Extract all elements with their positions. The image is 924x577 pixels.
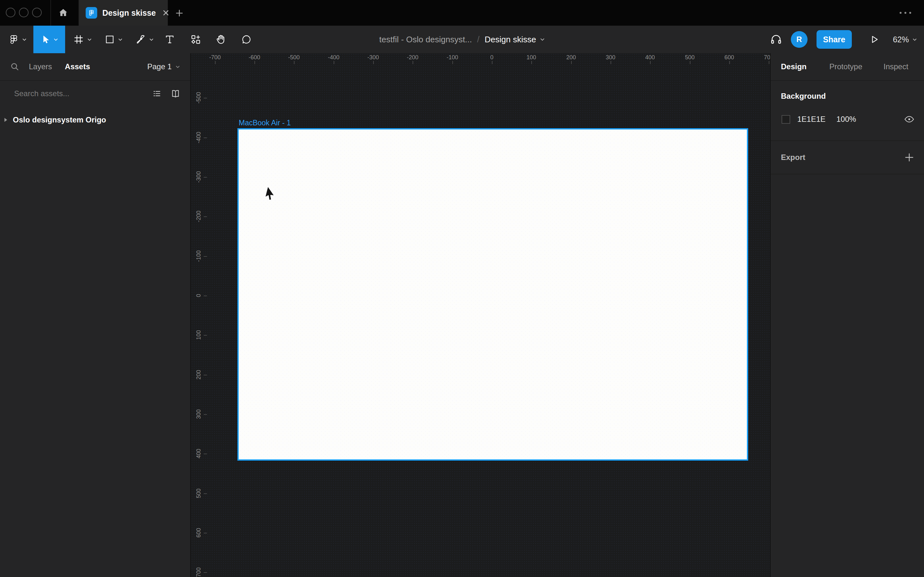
ruler-tick [769,61,769,64]
share-button-label: Share [823,35,845,44]
ruler-label: 700 [195,567,202,577]
chevron-right-icon[interactable] [4,118,8,122]
chevron-down-icon [149,38,153,41]
right-panel: Design Prototype Inspect Background 1E1E… [770,53,924,577]
titlebar: Design skisse [0,0,924,26]
breadcrumb-separator: / [477,35,480,45]
titlebar-divider [50,0,51,26]
home-button[interactable] [55,5,71,21]
ruler-tick [413,61,413,64]
ruler-tick [204,295,207,296]
ruler-label: -500 [288,54,300,61]
avatar[interactable]: R [791,31,808,48]
hand-icon [215,34,227,45]
home-icon [58,7,69,18]
ruler-tick [373,61,374,64]
main-menu-button[interactable] [3,26,32,53]
window-close-button[interactable] [6,8,15,17]
chevron-down-icon [87,38,92,41]
frame-label[interactable]: MacBook Air - 1 [239,119,291,127]
tab-title: Design skisse [102,8,156,18]
design-frame[interactable] [239,129,747,459]
ruler-tick [204,216,207,217]
library-book-icon[interactable] [168,87,183,101]
add-export-button[interactable] [902,150,916,164]
mouse-cursor-icon [262,185,278,202]
page-selector-label: Page 1 [147,62,172,71]
tab-prototype[interactable]: Prototype [829,62,863,71]
tab-close-button[interactable] [162,7,170,18]
window-zoom-button[interactable] [32,8,42,17]
background-hex-value[interactable]: 1E1E1E [797,115,837,124]
ruler-label: 200 [195,370,202,380]
visibility-toggle[interactable] [902,112,916,126]
file-tab[interactable]: Design skisse [79,0,168,26]
tab-assets[interactable]: Assets [65,62,90,71]
ruler-label: -200 [195,211,202,222]
chevron-down-icon [913,38,917,41]
search-icon[interactable] [10,61,20,72]
ruler-tick [294,61,294,64]
breadcrumb-file-name[interactable]: testfil - Oslo designsyst... [379,35,472,45]
ruler-tick [204,177,207,177]
zoom-menu[interactable]: 62% [893,35,917,44]
ruler-label: -100 [195,250,202,262]
canvas[interactable]: -700-600-500-400-300-200-100010020030040… [191,53,770,577]
background-section-title: Background [781,92,924,101]
figma-file-icon [86,7,97,19]
ruler-label: 500 [685,54,695,61]
ruler-label: 0 [490,54,493,61]
ruler-label: -400 [328,54,339,61]
ruler-tick [204,375,207,376]
resources-icon [190,34,202,45]
tab-inspect[interactable]: Inspect [884,62,908,71]
toolbar: testfil - Oslo designsyst... / Design sk… [0,26,924,53]
ruler-tick [204,137,207,138]
ruler-label: 700 [764,54,770,61]
ruler-label: -700 [209,54,221,61]
window-minimize-button[interactable] [19,8,29,17]
window-more-menu[interactable] [896,7,915,19]
frame-icon [73,34,84,45]
present-button[interactable] [865,31,883,48]
background-opacity-value[interactable]: 100% [837,115,856,124]
tab-layers[interactable]: Layers [29,62,52,71]
move-cursor-icon [40,34,51,45]
more-icon [900,12,901,14]
headphones-icon [770,33,782,46]
ruler-label: -400 [195,132,202,143]
search-input[interactable] [14,89,150,98]
shape-tool-button[interactable] [98,26,128,53]
chevron-down-icon [176,65,180,68]
frame-tool-button[interactable] [67,26,97,53]
ruler-tick [334,61,334,64]
share-button[interactable]: Share [817,30,852,49]
rectangle-icon [104,34,115,45]
background-color-swatch[interactable] [782,115,790,124]
audio-call-button[interactable] [767,31,785,48]
chevron-down-icon [53,38,58,41]
asset-tree-item[interactable]: Oslo designsystem Origo [0,111,190,129]
ruler-label: 200 [566,54,576,61]
text-tool-button[interactable] [160,26,180,53]
ruler-label: -300 [195,171,202,183]
text-icon [164,34,175,45]
breadcrumb-page-menu[interactable]: Design skisse [485,35,545,45]
resources-tool-button[interactable] [186,26,206,53]
ruler-label: -200 [407,54,418,61]
ruler-tick [204,493,207,494]
ruler-tick [204,335,207,335]
ruler-tick [215,61,216,64]
zoom-level: 62% [893,35,909,44]
list-view-button[interactable] [150,87,164,101]
breadcrumb-page-name: Design skisse [485,35,536,45]
move-tool-button[interactable] [33,26,65,53]
new-tab-button[interactable] [173,6,186,20]
tab-design[interactable]: Design [781,62,806,71]
comment-tool-button[interactable] [236,26,257,53]
hand-tool-button[interactable] [210,26,232,53]
more-icon [909,12,911,14]
left-panel-header: Layers Assets Page 1 [0,53,190,81]
page-selector[interactable]: Page 1 [147,62,180,71]
pen-tool-button[interactable] [129,26,160,53]
